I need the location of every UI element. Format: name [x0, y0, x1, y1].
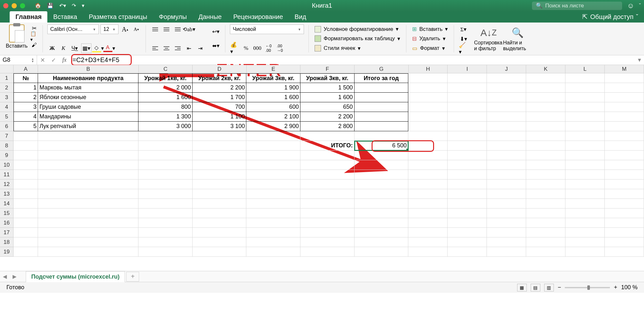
row-header[interactable]: 12 [0, 180, 14, 189]
cell[interactable]: 1 600 [300, 93, 355, 102]
cell[interactable] [38, 151, 138, 160]
cell[interactable] [448, 160, 487, 170]
cell[interactable]: 600 [246, 102, 300, 112]
cell[interactable] [38, 189, 138, 199]
cell[interactable] [300, 199, 355, 208]
cell[interactable] [355, 112, 409, 122]
align-center-icon[interactable] [162, 43, 171, 53]
cell[interactable] [408, 151, 448, 160]
cell[interactable] [408, 199, 448, 208]
orientation-icon[interactable]: ⟲ab▾ [184, 24, 194, 34]
cell[interactable]: 4 [14, 112, 38, 122]
cell[interactable] [300, 189, 355, 199]
cell[interactable] [487, 199, 526, 208]
cell[interactable] [408, 160, 448, 170]
cell[interactable] [355, 170, 409, 180]
maximize-window-icon[interactable] [20, 3, 25, 8]
cell[interactable] [526, 131, 565, 141]
cell[interactable] [300, 180, 355, 189]
insert-cells-button[interactable]: ⊞Вставить ▾ [411, 25, 449, 33]
accept-formula-icon[interactable]: ✓ [48, 55, 59, 65]
cell[interactable] [526, 180, 565, 189]
cell[interactable] [565, 189, 605, 199]
percent-icon[interactable]: % [241, 43, 251, 53]
cell[interactable]: Лук репчатый [38, 122, 138, 131]
paste-button[interactable]: Вставить [5, 24, 28, 49]
cell[interactable] [38, 160, 138, 170]
row-header[interactable]: 14 [0, 199, 14, 208]
tab-formulas[interactable]: Формулы [153, 11, 193, 23]
cell[interactable] [565, 93, 605, 102]
column-header[interactable]: L [565, 65, 605, 73]
cell[interactable] [448, 208, 487, 218]
cell[interactable] [355, 151, 409, 160]
ribbon-chevron-icon[interactable]: ˇ [639, 3, 641, 9]
expand-formula-bar-icon[interactable]: ▼ [635, 57, 644, 63]
search-input[interactable]: 🔍 Поиск на листе [532, 2, 622, 10]
cell[interactable] [408, 112, 448, 122]
cell[interactable] [487, 131, 526, 141]
cell[interactable] [14, 189, 38, 199]
cell[interactable] [605, 237, 644, 247]
add-sheet-button[interactable]: + [126, 272, 139, 282]
cell[interactable] [487, 180, 526, 189]
cell[interactable] [448, 122, 487, 131]
cell[interactable] [38, 170, 138, 180]
cell[interactable] [300, 170, 355, 180]
cell[interactable] [38, 247, 138, 257]
zoom-slider[interactable] [565, 287, 610, 288]
row-header[interactable]: 16 [0, 218, 14, 228]
cell[interactable] [565, 237, 605, 247]
cell[interactable] [605, 141, 644, 151]
bold-button[interactable]: Ж [47, 43, 57, 53]
cell[interactable] [300, 228, 355, 237]
cell[interactable] [138, 247, 193, 257]
cell[interactable]: 2 100 [246, 112, 300, 122]
cell[interactable] [355, 199, 409, 208]
cell[interactable] [565, 208, 605, 218]
cell[interactable] [605, 189, 644, 199]
cell[interactable] [38, 199, 138, 208]
cell[interactable]: ИТОГО: [300, 141, 355, 151]
cell[interactable] [38, 228, 138, 237]
cell[interactable] [14, 180, 38, 189]
row-header[interactable]: 15 [0, 208, 14, 218]
cell[interactable] [565, 199, 605, 208]
undo-icon[interactable]: ↶▾ [59, 3, 66, 9]
cell[interactable] [526, 102, 565, 112]
conditional-formatting-button[interactable]: Условное форматирование ▾ [313, 25, 402, 33]
clear-icon[interactable]: 🧹▾ [459, 44, 468, 53]
cell[interactable] [526, 218, 565, 228]
cell[interactable] [38, 218, 138, 228]
cell[interactable] [526, 228, 565, 237]
cell[interactable] [448, 141, 487, 151]
cell[interactable] [605, 122, 644, 131]
cell[interactable] [448, 83, 487, 93]
font-color-button[interactable]: А▾ [104, 43, 114, 53]
cell[interactable] [138, 160, 193, 170]
cell[interactable] [193, 189, 247, 199]
cell[interactable] [14, 218, 38, 228]
cell[interactable] [565, 112, 605, 122]
align-right-icon[interactable] [173, 43, 183, 53]
cell[interactable] [565, 131, 605, 141]
row-header[interactable]: 11 [0, 170, 14, 180]
formula-input[interactable]: =C2+D3+E4+F5 [70, 55, 635, 65]
spreadsheet-grid[interactable]: ABCDEFGHIJKLM 12345678910111213141516171… [0, 65, 644, 271]
row-header[interactable]: 9 [0, 151, 14, 160]
cell[interactable] [193, 199, 247, 208]
cell[interactable] [193, 170, 247, 180]
cell[interactable] [138, 208, 193, 218]
cell[interactable] [565, 170, 605, 180]
cell[interactable] [355, 122, 409, 131]
cell[interactable] [408, 141, 448, 151]
cell[interactable] [526, 237, 565, 247]
increase-font-icon[interactable]: A▴ [120, 24, 130, 34]
cell[interactable] [408, 131, 448, 141]
cell[interactable] [38, 208, 138, 218]
cell[interactable]: Урожай 1кв, кг. [138, 73, 193, 83]
cell[interactable] [193, 208, 247, 218]
cell[interactable] [14, 160, 38, 170]
underline-button[interactable]: Ч▾ [70, 43, 80, 53]
cell[interactable] [487, 228, 526, 237]
